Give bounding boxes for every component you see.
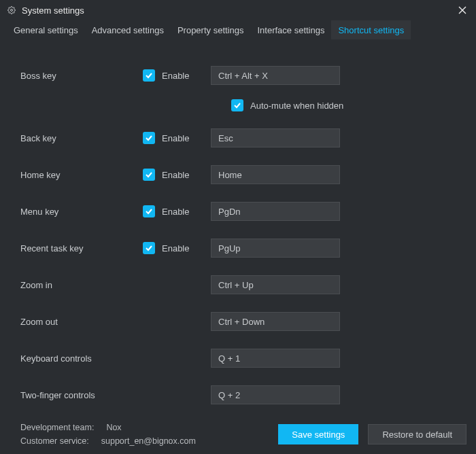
enable-label: Enable	[162, 207, 189, 217]
recent-task-enable-checkbox[interactable]	[143, 242, 155, 254]
home-key-enable-checkbox[interactable]	[143, 169, 155, 181]
menu-key-label: Menu key	[20, 207, 143, 217]
row-back-key: Back key Enable	[20, 120, 469, 156]
twofinger-controls-label: Two-finger controls	[20, 390, 211, 400]
row-zoom-out: Zoom out	[20, 303, 469, 340]
home-key-input[interactable]	[211, 165, 340, 184]
row-recent-task-key: Recent task key Enable	[20, 230, 469, 266]
keyboard-controls-input[interactable]	[211, 349, 340, 368]
tabs: General settings Advanced settings Prope…	[0, 20, 476, 41]
row-twofinger-controls: Two-finger controls	[20, 377, 469, 413]
tab-interface[interactable]: Interface settings	[250, 20, 331, 39]
row-automute: Auto-mute when hidden	[20, 99, 469, 111]
twofinger-controls-input[interactable]	[211, 385, 340, 404]
automute-label: Auto-mute when hidden	[250, 101, 343, 111]
zoom-out-input[interactable]	[211, 312, 340, 331]
footer: Development team: Nox Customer service: …	[0, 415, 476, 454]
row-home-key: Home key Enable	[20, 156, 469, 193]
menu-key-enable-checkbox[interactable]	[143, 205, 155, 217]
close-icon[interactable]	[456, 3, 469, 17]
dev-team-value: Nox	[106, 423, 121, 432]
keyboard-controls-label: Keyboard controls	[20, 353, 211, 364]
row-zoom-in: Zoom in	[20, 266, 469, 303]
enable-label: Enable	[162, 133, 189, 143]
zoom-in-label: Zoom in	[20, 280, 211, 290]
row-boss-key: Boss key Enable	[20, 57, 469, 94]
save-settings-button[interactable]: Save settings	[278, 424, 358, 444]
restore-default-button[interactable]: Restore to default	[368, 424, 466, 444]
back-key-enable-checkbox[interactable]	[143, 132, 155, 144]
enable-label: Enable	[162, 71, 189, 81]
dev-team-label: Development team:	[20, 423, 94, 432]
tab-advanced[interactable]: Advanced settings	[85, 20, 171, 39]
tab-shortcut[interactable]: Shortcut settings	[331, 20, 411, 39]
zoom-out-label: Zoom out	[20, 317, 211, 327]
customer-service-value: support_en@bignox.com	[101, 436, 196, 446]
menu-key-input[interactable]	[211, 202, 340, 221]
row-menu-key: Menu key Enable	[20, 193, 469, 230]
zoom-in-input[interactable]	[211, 275, 340, 294]
enable-label: Enable	[162, 170, 189, 180]
tab-general[interactable]: General settings	[7, 20, 85, 39]
back-key-input[interactable]	[211, 128, 340, 147]
recent-task-key-label: Recent task key	[20, 243, 143, 254]
footer-info: Development team: Nox Customer service: …	[20, 423, 196, 446]
row-keyboard-controls: Keyboard controls	[20, 340, 469, 377]
window-title: System settings	[22, 5, 84, 16]
titlebar: System settings	[0, 0, 476, 20]
tab-property[interactable]: Property settings	[171, 20, 251, 39]
recent-task-key-input[interactable]	[211, 239, 340, 258]
boss-key-input[interactable]	[211, 66, 340, 85]
home-key-label: Home key	[20, 170, 143, 180]
boss-key-enable-checkbox[interactable]	[143, 69, 155, 82]
back-key-label: Back key	[20, 133, 143, 143]
automute-checkbox[interactable]	[231, 99, 243, 111]
customer-service-label: Customer service:	[20, 436, 89, 446]
boss-key-label: Boss key	[20, 71, 143, 81]
svg-point-0	[11, 10, 13, 12]
enable-label: Enable	[162, 243, 189, 254]
gear-icon	[7, 5, 16, 15]
content-area: Boss key Enable Auto-mute when hidden Ba…	[0, 41, 476, 415]
